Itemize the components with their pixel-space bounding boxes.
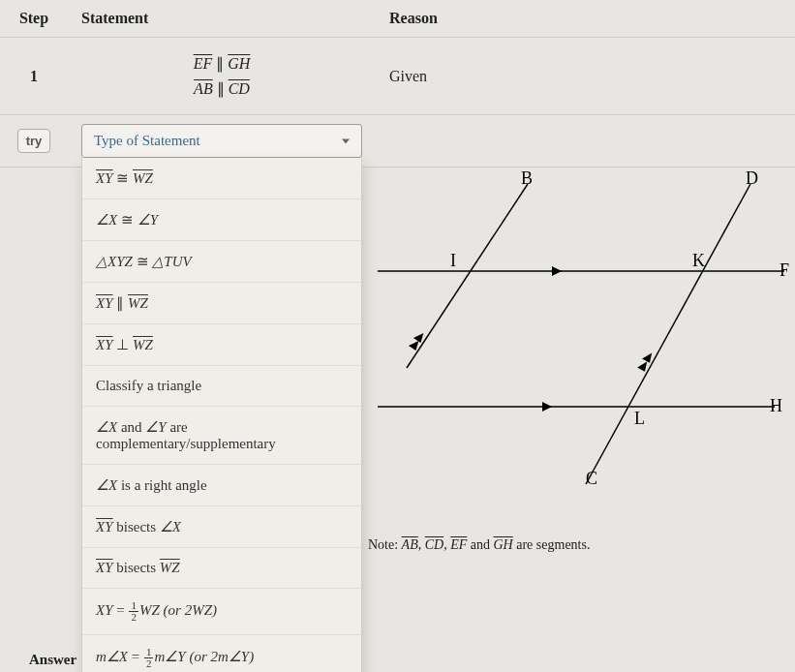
diagram-note: Note: AB, CD, EF and GH are segments. xyxy=(368,537,590,553)
menu-item-half-angle[interactable]: m∠X = 12m∠Y (or 2m∠Y) xyxy=(82,635,361,672)
menu-item-half-segment[interactable]: XY = 12WZ (or 2WZ) xyxy=(82,589,361,635)
menu-item-right-angle[interactable]: ∠X is a right angle xyxy=(82,465,361,506)
statement-type-dropdown[interactable]: Type of Statement xyxy=(81,124,362,158)
menu-item-classify-triangle[interactable]: Classify a triangle xyxy=(82,366,361,407)
menu-item-complementary[interactable]: ∠X and ∠Y are complementary/supplementar… xyxy=(82,407,361,465)
seg-gh: GH xyxy=(228,55,250,72)
menu-item-congruent-triangles[interactable]: △XYZ ≅ △TUV xyxy=(82,241,361,283)
geometry-diagram: B D F H I K L C xyxy=(368,155,794,494)
seg-ab: AB xyxy=(194,80,213,97)
label-b: B xyxy=(521,168,533,188)
label-h: H xyxy=(770,396,782,415)
header-statement: Statement xyxy=(68,0,376,38)
svg-line-7 xyxy=(586,184,750,484)
menu-item-perpendicular[interactable]: XY ⊥ WZ xyxy=(82,324,361,366)
reason-cell: Given xyxy=(376,38,795,115)
header-step: Step xyxy=(0,0,68,38)
menu-item-bisects-segment[interactable]: XY bisects WZ xyxy=(82,548,361,589)
answer-label: Answer xyxy=(29,652,76,667)
step-number: 1 xyxy=(0,38,68,115)
svg-marker-3 xyxy=(542,402,552,412)
dropdown-menu: XY ≅ WZ ∠X ≅ ∠Y △XYZ ≅ △TUV XY ∥ WZ XY ⊥ xyxy=(81,158,362,672)
menu-item-congruent-segments[interactable]: XY ≅ WZ xyxy=(82,158,361,199)
statement-cell: EF ∥ GH AB ∥ CD xyxy=(68,38,376,115)
menu-item-congruent-angles[interactable]: ∠X ≅ ∠Y xyxy=(82,199,361,241)
seg-cd: CD xyxy=(229,80,250,97)
chevron-down-icon xyxy=(342,138,350,143)
seg-ef: EF xyxy=(194,55,213,72)
label-f: F xyxy=(780,260,789,280)
svg-line-4 xyxy=(407,184,528,368)
label-d: D xyxy=(746,168,758,188)
label-i: I xyxy=(450,251,456,270)
menu-item-bisects-angle[interactable]: XY bisects ∠X xyxy=(82,506,361,548)
header-reason: Reason xyxy=(376,0,795,38)
menu-item-parallel[interactable]: XY ∥ WZ xyxy=(82,283,361,324)
try-button[interactable]: try xyxy=(17,129,51,153)
dropdown-label: Type of Statement xyxy=(94,133,200,148)
label-k: K xyxy=(692,251,705,270)
proof-row-1: 1 EF ∥ GH AB ∥ CD Given xyxy=(0,38,795,115)
label-l: L xyxy=(634,409,645,428)
label-c: C xyxy=(586,469,597,488)
svg-marker-1 xyxy=(552,266,562,276)
proof-table: Step Statement Reason 1 EF ∥ GH AB ∥ CD … xyxy=(0,0,795,168)
